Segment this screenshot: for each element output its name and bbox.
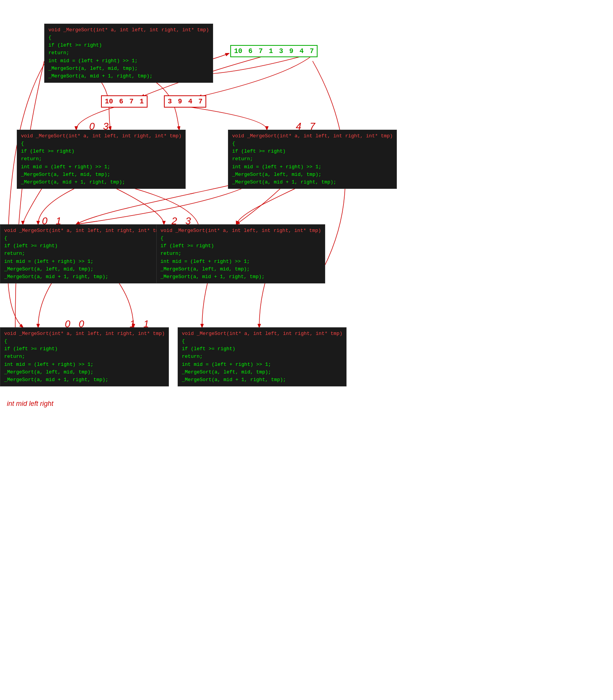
hw-label-mid-left-right: int mid left right [7,400,53,408]
array-box-left: 10 6 7 1 [101,95,148,108]
array-box-right: 3 9 4 7 [164,95,206,108]
code-block-l4-right: void _MergeSort(int* a, int left, int ri… [178,327,347,386]
code-block-top: void _MergeSort(int* a, int left, int ri… [44,24,213,83]
code-block-l3-lr: void _MergeSort(int* a, int left, int ri… [156,224,325,283]
code-block-l4-left: void _MergeSort(int* a, int left, int ri… [0,327,169,386]
code-block-l2-right: void _MergeSort(int* a, int left, int ri… [228,130,397,189]
array-box-full: 10 6 7 1 3 9 4 7 [230,45,318,57]
code-block-l3-ll: void _MergeSort(int* a, int left, int ri… [0,224,169,283]
code-block-l2-left: void _MergeSort(int* a, int left, int ri… [17,130,186,189]
